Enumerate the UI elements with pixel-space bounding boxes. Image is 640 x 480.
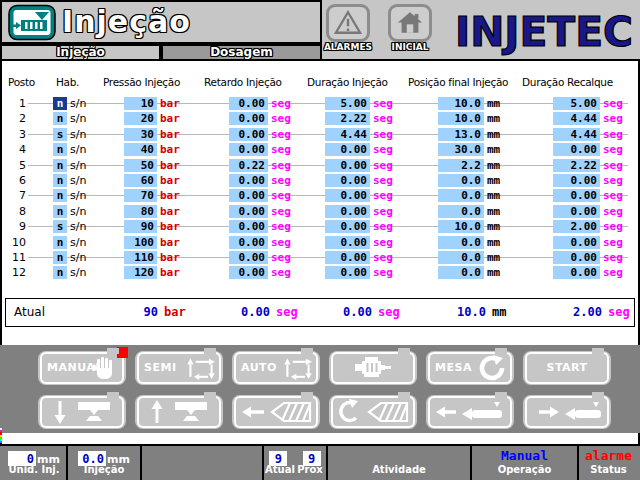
semi-button[interactable]: SEMI bbox=[135, 351, 223, 385]
posicao-field[interactable]: 0.0 bbox=[438, 236, 484, 249]
injecao-label: Injeção bbox=[68, 464, 140, 475]
col-pressao: Pressão Injeção bbox=[103, 76, 180, 88]
unit-back-button[interactable] bbox=[426, 395, 514, 429]
posicao-field[interactable]: 0.0 bbox=[438, 266, 484, 279]
pressao-field[interactable]: 120 bbox=[124, 266, 157, 279]
tab-injecao[interactable]: Injeção bbox=[0, 44, 161, 61]
mesa-button[interactable]: MESA bbox=[426, 351, 514, 385]
alarms-button[interactable]: ALARMES bbox=[324, 4, 372, 56]
posicao-field[interactable]: 10.0 bbox=[438, 220, 484, 233]
pressao-field[interactable]: 60 bbox=[124, 174, 157, 187]
retardo-field[interactable]: 0.00 bbox=[229, 143, 268, 156]
posicao-field[interactable]: 13.0 bbox=[438, 128, 484, 141]
recalque-field[interactable]: 0.00 bbox=[553, 143, 600, 156]
recalque-field[interactable]: 4.44 bbox=[553, 112, 600, 125]
posicao-field[interactable]: 30.0 bbox=[438, 143, 484, 156]
posicao-field[interactable]: 0.0 bbox=[438, 174, 484, 187]
posicao-field[interactable]: 0.0 bbox=[438, 189, 484, 202]
inject-button[interactable] bbox=[232, 395, 320, 429]
posicao-field[interactable]: 2.2 bbox=[438, 159, 484, 172]
motor-button[interactable] bbox=[329, 351, 417, 385]
posicao-field[interactable]: 10.0 bbox=[438, 97, 484, 110]
auto-button[interactable]: AUTO bbox=[232, 351, 320, 385]
pressao-field[interactable]: 80 bbox=[124, 205, 157, 218]
pressao-field[interactable]: 110 bbox=[124, 251, 157, 264]
retardo-field[interactable]: 0.00 bbox=[229, 236, 268, 249]
recalque-field[interactable]: 0.00 bbox=[553, 174, 600, 187]
recalque-field[interactable]: 5.00 bbox=[553, 97, 600, 110]
recalque-field[interactable]: 0.00 bbox=[553, 251, 600, 264]
retardo-field[interactable]: 0.00 bbox=[229, 97, 268, 110]
retardo-field[interactable]: 0.00 bbox=[229, 174, 268, 187]
hab-toggle[interactable]: n bbox=[53, 174, 67, 187]
recalque-field[interactable]: 2.00 bbox=[553, 220, 600, 233]
seg-unit: seg bbox=[373, 174, 393, 187]
hab-toggle[interactable]: n bbox=[53, 205, 67, 218]
posicao-field[interactable]: 0.0 bbox=[438, 205, 484, 218]
recalque-field[interactable]: 0.00 bbox=[553, 205, 600, 218]
duracao-field[interactable]: 0.00 bbox=[325, 143, 370, 156]
pressao-field[interactable]: 20 bbox=[124, 112, 157, 125]
mold-close-button[interactable] bbox=[38, 395, 126, 429]
pressao-field[interactable]: 90 bbox=[124, 220, 157, 233]
pressao-field[interactable]: 50 bbox=[124, 159, 157, 172]
hab-toggle[interactable]: n bbox=[53, 159, 67, 172]
retardo-field[interactable]: 0.00 bbox=[229, 189, 268, 202]
posicao-field[interactable]: 0.0 bbox=[438, 251, 484, 264]
duracao-field[interactable]: 0.00 bbox=[325, 159, 370, 172]
pressao-field[interactable]: 100 bbox=[124, 236, 157, 249]
hab-toggle[interactable]: n bbox=[53, 236, 67, 249]
hab-toggle[interactable]: n bbox=[53, 112, 67, 125]
bar-unit: bar bbox=[160, 236, 180, 249]
duracao-field[interactable]: 0.00 bbox=[325, 174, 370, 187]
posicao-field[interactable]: 10.0 bbox=[438, 112, 484, 125]
sn-label: s/n bbox=[70, 220, 86, 233]
pressao-field[interactable]: 30 bbox=[124, 128, 157, 141]
retardo-field[interactable]: 0.00 bbox=[229, 128, 268, 141]
dosage-button[interactable] bbox=[329, 395, 417, 429]
recalque-field[interactable]: 0.00 bbox=[553, 189, 600, 202]
hab-toggle[interactable]: n bbox=[53, 143, 67, 156]
home-button[interactable]: INICIAL bbox=[386, 4, 434, 56]
manual-button[interactable]: MANUAL bbox=[38, 351, 126, 385]
hab-toggle[interactable]: s bbox=[53, 220, 67, 233]
duracao-field[interactable]: 5.00 bbox=[325, 97, 370, 110]
duracao-field[interactable]: 0.00 bbox=[325, 205, 370, 218]
start-button[interactable]: START bbox=[523, 351, 611, 385]
tab-dosagem[interactable]: Dosagem bbox=[161, 44, 322, 61]
posto-cell: 5 bbox=[4, 159, 26, 172]
posto-cell: 12 bbox=[4, 266, 26, 279]
hab-toggle[interactable]: s bbox=[53, 128, 67, 141]
retardo-field[interactable]: 0.00 bbox=[229, 205, 268, 218]
seg-unit: seg bbox=[271, 220, 291, 233]
retardo-field[interactable]: 0.00 bbox=[229, 251, 268, 264]
pressao-field[interactable]: 10 bbox=[124, 97, 157, 110]
injection-machine-icon bbox=[8, 4, 56, 41]
duracao-field[interactable]: 2.22 bbox=[325, 112, 370, 125]
recalque-field[interactable]: 2.22 bbox=[553, 159, 600, 172]
hab-toggle[interactable]: n bbox=[53, 251, 67, 264]
recalque-field[interactable]: 0.00 bbox=[553, 266, 600, 279]
duracao-field[interactable]: 0.00 bbox=[325, 220, 370, 233]
duracao-field[interactable]: 0.00 bbox=[325, 251, 370, 264]
recalque-field[interactable]: 4.44 bbox=[553, 128, 600, 141]
retardo-field[interactable]: 0.00 bbox=[229, 220, 268, 233]
seg-unit: seg bbox=[373, 205, 393, 218]
unit-forward-button[interactable] bbox=[523, 395, 611, 429]
retardo-field[interactable]: 0.22 bbox=[229, 159, 268, 172]
retardo-field[interactable]: 0.00 bbox=[229, 112, 268, 125]
pressao-field[interactable]: 70 bbox=[124, 189, 157, 202]
mold-open-button[interactable] bbox=[135, 395, 223, 429]
recalque-field[interactable]: 0.00 bbox=[553, 236, 600, 249]
duracao-field[interactable]: 0.00 bbox=[325, 189, 370, 202]
hab-toggle[interactable]: n bbox=[53, 266, 67, 279]
hab-toggle[interactable]: n bbox=[53, 189, 67, 202]
semi-button-label: SEMI bbox=[144, 361, 176, 374]
hab-toggle[interactable]: n bbox=[53, 97, 67, 110]
pressao-field[interactable]: 40 bbox=[124, 143, 157, 156]
atividade-value bbox=[328, 448, 470, 463]
duracao-field[interactable]: 0.00 bbox=[325, 236, 370, 249]
retardo-field[interactable]: 0.00 bbox=[229, 266, 268, 279]
duracao-field[interactable]: 4.44 bbox=[325, 128, 370, 141]
duracao-field[interactable]: 0.00 bbox=[325, 266, 370, 279]
